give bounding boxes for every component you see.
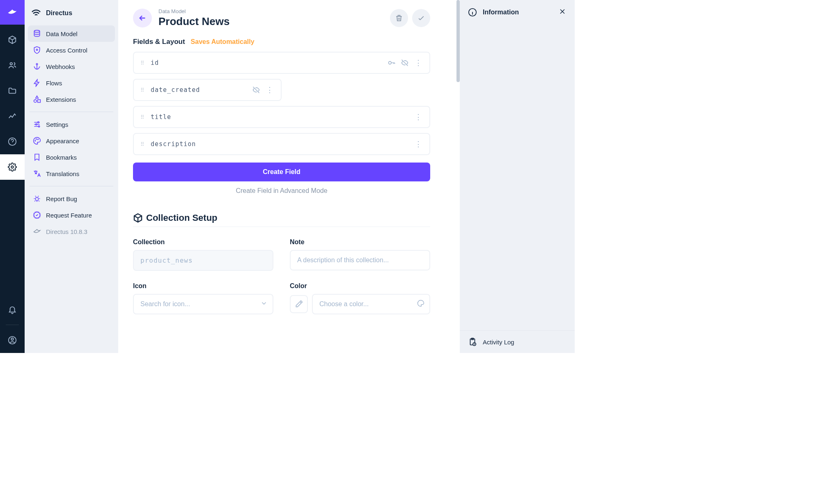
sidebar-item-label: Request Feature — [46, 212, 92, 219]
collection-setup-title: Collection Setup — [133, 213, 430, 223]
svg-point-13 — [35, 140, 36, 141]
autosave-badge: Saves Automatically — [191, 38, 255, 46]
sidebar-item-webhooks[interactable]: Webhooks — [28, 58, 115, 75]
drag-handle-icon[interactable]: ⠿ — [140, 60, 145, 66]
field-menu[interactable]: ⋮ — [265, 85, 274, 94]
field-row-id[interactable]: ⠿ id ⋮ — [133, 52, 430, 74]
svg-point-15 — [38, 139, 39, 140]
hidden-icon[interactable] — [252, 86, 260, 94]
bug-icon — [33, 195, 41, 203]
drag-handle-icon[interactable]: ⠿ — [140, 141, 145, 147]
sidebar-item-flows[interactable]: Flows — [28, 75, 115, 91]
field-row-date-created[interactable]: ⠿ date_created ⋮ — [133, 79, 282, 101]
eyedropper-icon — [295, 300, 303, 308]
rail-settings[interactable] — [0, 154, 25, 180]
field-menu[interactable]: ⋮ — [414, 112, 423, 121]
sidebar-item-label: Webhooks — [46, 63, 75, 70]
sidebar-item-report-bug[interactable]: Report Bug — [28, 190, 115, 207]
sidebar-item-label: Extensions — [46, 96, 76, 103]
svg-rect-16 — [36, 197, 39, 201]
sidebar-item-appearance[interactable]: Appearance — [28, 133, 115, 149]
rail-notifications[interactable] — [0, 297, 25, 322]
sidebar-item-data-model[interactable]: Data Model — [28, 25, 115, 42]
rail-account[interactable] — [0, 328, 25, 353]
chevron-down-icon[interactable] — [260, 300, 268, 309]
sidebar-item-access-control[interactable]: Access Control — [28, 42, 115, 58]
svg-point-2 — [11, 166, 14, 168]
bookmark-icon — [33, 153, 41, 161]
field-menu[interactable]: ⋮ — [414, 58, 423, 67]
sidebar-item-label: Appearance — [46, 137, 79, 144]
field-row-title[interactable]: ⠿ title ⋮ — [133, 106, 430, 128]
svg-point-17 — [389, 62, 392, 64]
sidebar-item-extensions[interactable]: Extensions — [28, 91, 115, 108]
field-name: id — [151, 59, 159, 66]
breadcrumb[interactable]: Data Model — [158, 8, 383, 14]
sliders-icon — [33, 120, 41, 128]
rail-insights[interactable] — [0, 103, 25, 129]
sidebar-item-label: Translations — [46, 170, 79, 177]
sidebar-version[interactable]: Directus 10.8.3 — [28, 223, 115, 240]
create-field-button[interactable]: Create Field — [133, 163, 430, 181]
back-button[interactable] — [133, 9, 152, 27]
palette-icon — [33, 137, 41, 145]
field-row-description[interactable]: ⠿ description ⋮ — [133, 133, 430, 155]
sidebar-item-label: Bookmarks — [46, 154, 77, 161]
scrollbar[interactable] — [456, 0, 460, 353]
wifi-icon — [31, 8, 41, 18]
sidebar-item-label: Report Bug — [46, 195, 77, 202]
note-input[interactable] — [290, 250, 430, 270]
field-menu[interactable]: ⋮ — [414, 140, 423, 149]
svg-point-8 — [34, 100, 37, 103]
sidebar-item-label: Data Model — [46, 30, 78, 37]
box-icon — [133, 213, 143, 223]
sidebar-item-request-feature[interactable]: Request Feature — [28, 207, 115, 223]
collection-label: Collection — [133, 238, 273, 246]
sidebar-item-settings[interactable]: Settings — [28, 116, 115, 133]
logo[interactable] — [0, 0, 25, 25]
svg-point-7 — [36, 64, 37, 65]
arrow-left-icon — [138, 14, 147, 23]
note-label: Note — [290, 238, 430, 246]
close-icon — [558, 7, 566, 16]
clipboard-clock-icon — [468, 337, 477, 346]
create-field-advanced-link[interactable]: Create Field in Advanced Mode — [133, 187, 430, 195]
info-icon — [468, 8, 477, 17]
app-name: Directus — [46, 9, 72, 17]
drag-handle-icon[interactable]: ⠿ — [140, 87, 145, 93]
rail-files[interactable] — [0, 78, 25, 103]
svg-point-11 — [36, 124, 37, 125]
color-swatch[interactable] — [290, 295, 308, 313]
field-name: title — [151, 113, 171, 121]
save-button[interactable] — [412, 9, 430, 27]
rail-users[interactable] — [0, 53, 25, 78]
info-panel: Information Activity Log — [460, 0, 575, 353]
bolt-icon — [33, 79, 41, 87]
close-button[interactable] — [558, 7, 566, 17]
drag-handle-icon[interactable]: ⠿ — [140, 114, 145, 120]
hidden-icon[interactable] — [401, 59, 409, 67]
check-icon — [417, 14, 425, 22]
trash-icon — [395, 14, 403, 22]
activity-log-label: Activity Log — [483, 339, 514, 346]
badge-icon — [33, 211, 41, 219]
rabbit-icon — [33, 227, 41, 236]
sidebar-item-bookmarks[interactable]: Bookmarks — [28, 149, 115, 165]
main-content: Data Model Product News Fields & Layout … — [118, 0, 460, 353]
sidebar: Directus Data Model Access Control Webho… — [25, 0, 118, 353]
color-input[interactable] — [312, 294, 430, 314]
sidebar-item-translations[interactable]: Translations — [28, 165, 115, 182]
rail-content[interactable] — [0, 27, 25, 53]
svg-point-6 — [36, 49, 37, 50]
version-label: Directus 10.8.3 — [46, 228, 87, 235]
key-icon — [388, 59, 396, 67]
sidebar-item-label: Settings — [46, 121, 68, 128]
icon-input[interactable] — [133, 294, 273, 314]
delete-button[interactable] — [390, 9, 408, 27]
rail-help[interactable] — [0, 129, 25, 154]
activity-log-button[interactable]: Activity Log — [460, 330, 575, 353]
svg-point-12 — [38, 126, 39, 127]
module-rail — [0, 0, 25, 353]
svg-point-10 — [38, 121, 39, 123]
palette-icon[interactable] — [417, 300, 424, 309]
